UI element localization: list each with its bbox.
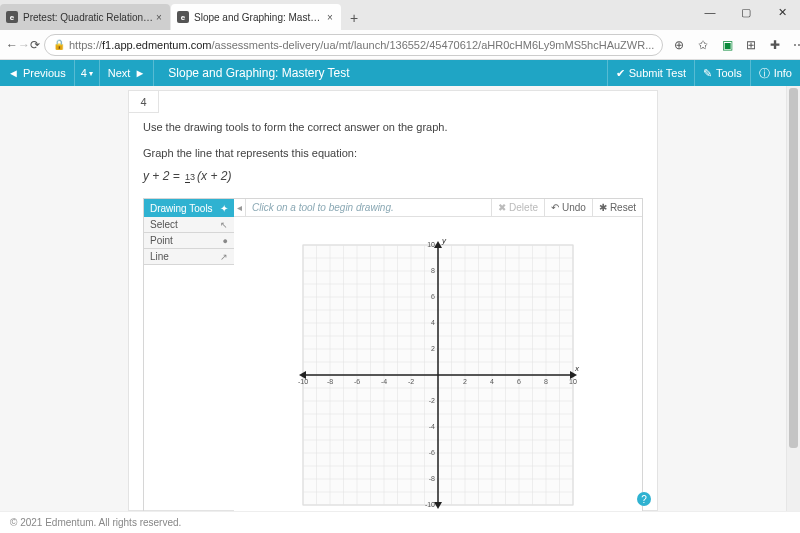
equation-fraction: 13 — [185, 173, 195, 181]
window-controls: — ▢ ✕ — [692, 0, 800, 24]
back-button[interactable]: ← — [6, 32, 18, 58]
svg-text:6: 6 — [431, 293, 435, 300]
svg-text:4: 4 — [490, 378, 494, 385]
reset-label: Reset — [610, 202, 636, 213]
favicon-icon: e — [6, 11, 18, 23]
equation-lhs: y + 2 = — [143, 169, 183, 183]
delete-button[interactable]: ✖Delete — [491, 199, 544, 216]
svg-text:-10: -10 — [298, 378, 308, 385]
collapse-toggle[interactable]: ◂ — [234, 199, 246, 216]
drawing-tools-title: Drawing Tools — [150, 203, 213, 214]
undo-label: Undo — [562, 202, 586, 213]
tool-point[interactable]: Point● — [144, 233, 234, 249]
svg-text:2: 2 — [431, 345, 435, 352]
delete-icon: ✖ — [498, 202, 506, 213]
graph-column: ◂ Click on a tool to begin drawing. ✖Del… — [234, 199, 642, 511]
tool-label: Point — [150, 235, 173, 246]
question-card: 4 Use the drawing tools to form the corr… — [128, 90, 658, 511]
tools-button[interactable]: ✎Tools — [694, 60, 750, 86]
tool-select[interactable]: Select↖ — [144, 217, 234, 233]
undo-button[interactable]: ↶Undo — [544, 199, 592, 216]
svg-text:10: 10 — [427, 241, 435, 248]
new-tab-button[interactable]: + — [342, 6, 366, 30]
tool-line[interactable]: Line↗ — [144, 249, 234, 265]
submit-label: Submit Test — [629, 67, 686, 79]
check-icon: ✔ — [616, 67, 625, 80]
footer-text: © 2021 Edmentum. All rights reserved. — [10, 517, 181, 528]
address-bar[interactable]: 🔒 https://f1.app.edmentum.com/assessment… — [44, 34, 663, 56]
close-window-button[interactable]: ✕ — [764, 0, 800, 24]
point-icon: ● — [223, 236, 228, 246]
address-bar-row: ← → ⟳ 🔒 https://f1.app.edmentum.com/asse… — [0, 30, 800, 60]
browser-tab-1[interactable]: e Slope and Graphing: Mastery Te × — [171, 4, 341, 30]
drawing-tools-header: Drawing Tools ✦ — [144, 199, 234, 217]
next-button[interactable]: Next► — [100, 60, 155, 86]
zoom-icon[interactable]: ⊕ — [667, 33, 691, 57]
minimize-button[interactable]: — — [692, 0, 728, 24]
undo-icon: ↶ — [551, 202, 559, 213]
previous-button[interactable]: ◄Previous — [0, 60, 75, 86]
app-header: ◄Previous 4▾ Next► Slope and Graphing: M… — [0, 60, 800, 86]
svg-text:-6: -6 — [354, 378, 360, 385]
coordinate-grid[interactable]: -10-8-6-4-2246810-10-8-6-4-2246810xy — [283, 225, 593, 511]
collections-icon[interactable]: ⊞ — [739, 33, 763, 57]
reset-button[interactable]: ✱Reset — [592, 199, 642, 216]
previous-label: Previous — [23, 67, 66, 79]
svg-text:-8: -8 — [327, 378, 333, 385]
app-icon[interactable]: ▣ — [715, 33, 739, 57]
tab-label: Slope and Graphing: Mastery Te — [194, 12, 325, 23]
tool-label: Line — [150, 251, 169, 262]
svg-text:6: 6 — [517, 378, 521, 385]
graph-panel: Drawing Tools ✦ Select↖ Point● Line↗ ◂ C… — [143, 198, 643, 511]
tab-label: Pretest: Quadratic Relationships — [23, 12, 154, 23]
svg-text:x: x — [574, 364, 580, 373]
favorite-icon[interactable]: ✩ — [691, 33, 715, 57]
svg-text:-10: -10 — [425, 501, 435, 508]
favicon-icon: e — [177, 11, 189, 23]
help-button[interactable]: ? — [637, 492, 651, 506]
svg-text:-4: -4 — [381, 378, 387, 385]
svg-text:-4: -4 — [429, 423, 435, 430]
browser-titlebar: e Pretest: Quadratic Relationships × e S… — [0, 0, 800, 30]
close-icon[interactable]: × — [325, 12, 335, 23]
url-path: /assessments-delivery/ua/mt/launch/13655… — [211, 39, 654, 51]
url-text: https://f1.app.edmentum.com/assessments-… — [69, 39, 654, 51]
scrollbar-thumb[interactable] — [789, 88, 798, 448]
next-label: Next — [108, 67, 131, 79]
drawing-tools-column: Drawing Tools ✦ Select↖ Point● Line↗ — [144, 199, 234, 511]
menu-icon[interactable]: ⋯ — [787, 33, 800, 57]
svg-text:-6: -6 — [429, 449, 435, 456]
graph-canvas[interactable]: -10-8-6-4-2246810-10-8-6-4-2246810xy — [234, 217, 642, 511]
toolbar-icons: ⊕ ✩ ▣ ⊞ ✚ ⋯ — [667, 33, 800, 57]
browser-tab-0[interactable]: e Pretest: Quadratic Relationships × — [0, 4, 170, 30]
submit-test-button[interactable]: ✔Submit Test — [607, 60, 694, 86]
vertical-scrollbar[interactable] — [786, 86, 800, 511]
page-footer: © 2021 Edmentum. All rights reserved. — [0, 511, 800, 533]
caret-down-icon: ▾ — [89, 69, 93, 78]
delete-label: Delete — [509, 202, 538, 213]
svg-text:8: 8 — [431, 267, 435, 274]
svg-text:2: 2 — [463, 378, 467, 385]
graph-toolbar: ◂ Click on a tool to begin drawing. ✖Del… — [234, 199, 642, 217]
url-prefix: https:// — [69, 39, 102, 51]
svg-text:4: 4 — [431, 319, 435, 326]
info-button[interactable]: ⓘInfo — [750, 60, 800, 86]
question-counter[interactable]: 4▾ — [75, 60, 100, 86]
equation-rhs: (x + 2) — [197, 169, 231, 183]
tools-label: Tools — [716, 67, 742, 79]
info-icon: ⓘ — [759, 66, 770, 81]
forward-button[interactable]: → — [18, 32, 30, 58]
reload-button[interactable]: ⟳ — [30, 32, 40, 58]
tool-label: Select — [150, 219, 178, 230]
task-text: Graph the line that represents this equa… — [143, 147, 643, 159]
maximize-button[interactable]: ▢ — [728, 0, 764, 24]
reset-icon: ✱ — [599, 202, 607, 213]
close-icon[interactable]: × — [154, 12, 164, 23]
lock-icon: 🔒 — [53, 39, 65, 50]
info-label: Info — [774, 67, 792, 79]
page-title: Slope and Graphing: Mastery Test — [154, 66, 349, 80]
extensions-icon[interactable]: ✚ — [763, 33, 787, 57]
equation: y + 2 = 13(x + 2) — [143, 169, 643, 184]
frac-bot: 3 — [190, 172, 195, 182]
line-icon: ↗ — [220, 252, 228, 262]
